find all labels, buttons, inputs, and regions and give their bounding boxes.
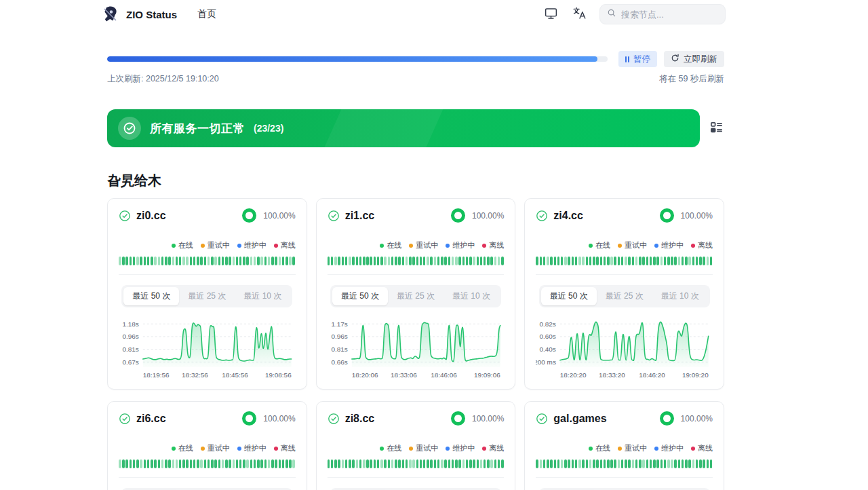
status-tick[interactable] [682, 459, 684, 468]
range-tab[interactable]: 最近 50 次 [541, 287, 597, 305]
status-tick[interactable] [604, 459, 606, 468]
status-tick[interactable] [469, 257, 472, 265]
status-tick[interactable] [370, 459, 372, 468]
status-tick[interactable] [144, 459, 146, 468]
status-tick[interactable] [133, 459, 136, 468]
status-tick[interactable] [402, 459, 405, 468]
status-tick[interactable] [692, 257, 695, 265]
status-tick[interactable] [168, 257, 171, 265]
status-tick[interactable] [342, 257, 344, 265]
status-tick[interactable] [289, 257, 292, 265]
status-tick[interactable] [352, 257, 355, 265]
status-tick[interactable] [179, 257, 182, 265]
status-tick[interactable] [578, 459, 581, 468]
status-tick[interactable] [498, 257, 500, 265]
status-tick[interactable] [434, 459, 437, 468]
status-tick[interactable] [279, 459, 281, 468]
status-tick[interactable] [388, 459, 391, 468]
status-tick[interactable] [366, 459, 369, 468]
status-tick[interactable] [406, 257, 408, 265]
status-tick[interactable] [660, 257, 663, 265]
status-tick[interactable] [561, 257, 564, 265]
status-tick[interactable] [384, 459, 387, 468]
status-tick[interactable] [334, 257, 337, 265]
status-tick[interactable] [395, 459, 397, 468]
status-tick[interactable] [639, 459, 642, 468]
status-tick[interactable] [214, 459, 217, 468]
status-tick[interactable] [147, 459, 150, 468]
status-tick[interactable] [455, 257, 458, 265]
status-tick[interactable] [363, 257, 366, 265]
status-tick[interactable] [275, 257, 277, 265]
status-tick[interactable] [628, 459, 631, 468]
status-tick[interactable] [359, 257, 362, 265]
status-tick[interactable] [197, 257, 199, 265]
status-tick[interactable] [703, 459, 705, 468]
status-tick[interactable] [466, 459, 469, 468]
status-tick[interactable] [250, 459, 253, 468]
range-tab[interactable]: 最近 25 次 [597, 287, 652, 305]
range-tab[interactable]: 最近 10 次 [443, 287, 499, 305]
status-tick[interactable] [211, 257, 214, 265]
pause-button[interactable]: 暂停 [618, 51, 657, 67]
status-tick[interactable] [190, 459, 193, 468]
status-tick[interactable] [621, 257, 624, 265]
nav-home[interactable]: 首页 [197, 8, 216, 20]
status-tick[interactable] [130, 257, 132, 265]
status-tick[interactable] [200, 257, 203, 265]
status-tick[interactable] [646, 257, 649, 265]
status-tick[interactable] [380, 257, 383, 265]
status-tick[interactable] [328, 257, 330, 265]
status-tick[interactable] [696, 257, 698, 265]
status-tick[interactable] [190, 257, 193, 265]
status-tick[interactable] [699, 459, 702, 468]
status-tick[interactable] [484, 459, 486, 468]
status-tick[interactable] [699, 257, 702, 265]
status-tick[interactable] [707, 257, 709, 265]
status-tick[interactable] [656, 257, 659, 265]
status-tick[interactable] [151, 257, 153, 265]
status-tick[interactable] [550, 459, 553, 468]
status-tick[interactable] [204, 257, 207, 265]
status-tick[interactable] [437, 459, 440, 468]
status-tick[interactable] [172, 257, 175, 265]
status-tick[interactable] [604, 257, 606, 265]
status-tick[interactable] [646, 459, 649, 468]
status-tick[interactable] [412, 459, 415, 468]
status-tick[interactable] [490, 257, 493, 265]
status-tick[interactable] [547, 459, 549, 468]
status-tick[interactable] [144, 257, 146, 265]
status-tick[interactable] [554, 257, 557, 265]
status-tick[interactable] [279, 257, 281, 265]
status-tick[interactable] [349, 257, 351, 265]
status-tick[interactable] [682, 257, 684, 265]
status-tick[interactable] [254, 459, 256, 468]
status-tick[interactable] [176, 257, 178, 265]
status-tick[interactable] [600, 459, 603, 468]
status-tick[interactable] [710, 459, 713, 468]
status-tick[interactable] [678, 459, 681, 468]
status-tick[interactable] [469, 459, 472, 468]
status-tick[interactable] [674, 459, 677, 468]
status-tick[interactable] [685, 257, 688, 265]
status-tick[interactable] [257, 257, 260, 265]
status-tick[interactable] [607, 459, 610, 468]
status-tick[interactable] [186, 459, 189, 468]
status-tick[interactable] [119, 257, 121, 265]
status-tick[interactable] [586, 257, 589, 265]
status-tick[interactable] [692, 459, 695, 468]
status-tick[interactable] [260, 257, 263, 265]
status-tick[interactable] [480, 257, 483, 265]
status-tick[interactable] [374, 459, 376, 468]
status-tick[interactable] [554, 459, 557, 468]
status-tick[interactable] [292, 257, 295, 265]
status-tick[interactable] [466, 257, 469, 265]
status-tick[interactable] [398, 459, 401, 468]
status-tick[interactable] [614, 459, 616, 468]
status-tick[interactable] [498, 459, 500, 468]
status-tick[interactable] [610, 257, 613, 265]
status-tick[interactable] [168, 459, 171, 468]
status-tick[interactable] [239, 459, 242, 468]
status-tick[interactable] [564, 257, 567, 265]
status-tick[interactable] [423, 257, 426, 265]
